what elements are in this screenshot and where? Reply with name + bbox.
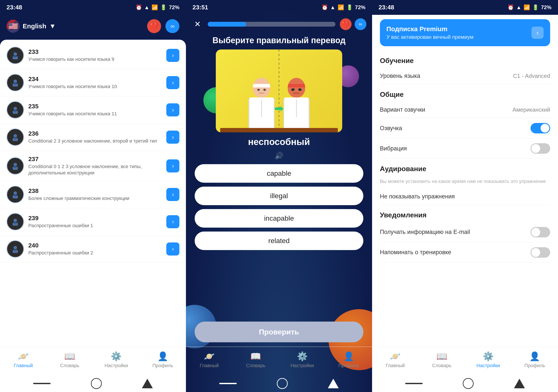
nav-icon: 👤: [529, 351, 540, 361]
answer-incapable[interactable]: incapable: [195, 209, 363, 228]
nav-label: Настройки: [105, 363, 128, 368]
answer-illegal[interactable]: illegal: [195, 187, 363, 205]
nav-item-словарь[interactable]: 📖 Словарь: [46, 349, 93, 371]
svg-point-20: [14, 192, 17, 195]
lesson-arrow-button[interactable]: ›: [166, 49, 179, 62]
nav-item-профиль[interactable]: 👤 Профиль: [325, 349, 372, 371]
gesture-circle-2: [277, 378, 288, 389]
answer-related[interactable]: related: [195, 232, 363, 250]
nav-item-главный[interactable]: 🪐 Главный: [372, 349, 418, 371]
language-selector[interactable]: 🇺🇸 English ▼: [7, 20, 56, 33]
gesture-circle-3: [463, 378, 474, 389]
reminder-toggle[interactable]: [531, 247, 550, 258]
svg-point-31: [15, 250, 16, 251]
lesson-item[interactable]: 233 Учимся говорить как носители языка 9…: [0, 42, 186, 69]
nav-item-главный[interactable]: 🪐 Главный: [0, 349, 46, 371]
lesson-avatar: [7, 186, 24, 203]
svg-point-3: [15, 56, 16, 58]
lesson-arrow-button[interactable]: ›: [166, 243, 179, 255]
lesson-arrow-button[interactable]: ›: [166, 188, 179, 201]
nav-item-профиль[interactable]: 👤 Профиль: [140, 349, 186, 371]
nav-label: Словарь: [60, 363, 79, 368]
lesson-avatar: [7, 240, 24, 258]
quiz-title: Выберите правильный перевод: [186, 34, 372, 50]
heart-button[interactable]: ❤️: [147, 19, 161, 33]
row-voice-variant: Вариант озвучки Американский: [380, 102, 550, 118]
nav-icon: 🪐: [204, 351, 215, 361]
lesson-item[interactable]: 240 Распространенные ошибки 2 ›: [0, 235, 186, 263]
nav-label: Главный: [200, 363, 219, 368]
status-bar-3: 23:48 ⏰ ▲ 📶 🔋 72%: [372, 0, 558, 15]
answer-capable[interactable]: capable: [195, 164, 363, 183]
vibration-toggle[interactable]: [531, 143, 550, 154]
row-language-level: Уровень языка C1 - Advanced: [380, 68, 550, 84]
row-label-email: Получать информацию на E-mail: [380, 229, 470, 235]
progress-bar: [208, 22, 335, 26]
section-general: Общие: [380, 84, 550, 102]
nav-item-главный[interactable]: 🪐 Главный: [186, 349, 232, 371]
infinity-button[interactable]: ∞: [166, 19, 179, 33]
nav-icon: 👤: [343, 351, 354, 361]
lesson-arrow-button[interactable]: ›: [166, 76, 179, 89]
quiz-infinity-button[interactable]: ∞: [355, 18, 366, 30]
nav-item-словарь[interactable]: 📖 Словарь: [418, 349, 465, 371]
alarm-icon-3: ⏰: [507, 4, 514, 10]
lesson-info: 239 Распространенные ошибки 1: [28, 215, 162, 229]
voice-toggle[interactable]: [531, 123, 550, 133]
lesson-number: 234: [28, 76, 162, 83]
check-button[interactable]: Проверить: [195, 322, 363, 342]
premium-title: Подписка Premium: [386, 25, 473, 33]
lesson-desc: Conditional 0 1 2 3 условное наклонение,…: [28, 164, 162, 176]
lesson-number: 235: [28, 103, 162, 110]
battery-icon-3: 🔋: [532, 4, 539, 10]
lesson-item[interactable]: 238 Более сложные грамматические констру…: [0, 181, 186, 208]
nav-item-настройки[interactable]: ⚙️ Настройки: [279, 349, 325, 371]
quiz-heart-button[interactable]: ❤️: [340, 18, 352, 30]
lesson-number: 240: [28, 242, 162, 249]
lesson-info: 235 Учимся говорить как носители языка 1…: [28, 103, 162, 117]
quiz-word-audio[interactable]: 🔊: [186, 151, 372, 162]
lesson-item[interactable]: 239 Распространенные ошибки 1 ›: [0, 208, 186, 235]
time-2: 23:51: [192, 4, 208, 11]
nav-item-настройки[interactable]: ⚙️ Настройки: [465, 349, 511, 371]
lesson-number: 238: [28, 188, 162, 194]
lesson-arrow-button[interactable]: ›: [166, 215, 179, 228]
email-toggle[interactable]: [531, 227, 550, 237]
lesson-item[interactable]: 236 Conditional 2 3 условное наклонение,…: [0, 124, 186, 151]
nav-item-настройки[interactable]: ⚙️ Настройки: [93, 349, 140, 371]
gesture-back: [142, 379, 153, 388]
svg-point-16: [14, 163, 17, 166]
close-button[interactable]: ✕: [192, 18, 203, 30]
quiz-answers: capable illegal incapable related: [186, 162, 372, 318]
gesture-lines-3: [405, 383, 423, 384]
row-value-voice-variant: Американский: [513, 106, 550, 113]
row-label-voice: Озвучка: [380, 125, 402, 132]
lesson-arrow-button[interactable]: ›: [166, 103, 179, 116]
lesson-arrow-button[interactable]: ›: [166, 131, 179, 144]
panel2-content: 23:51 ⏰ ▲ 📶 🔋 72% ✕ ❤️ ∞ Выберите правил…: [186, 0, 372, 392]
lesson-info: 233 Учимся говорить как носители языка 9: [28, 48, 162, 62]
premium-arrow-icon[interactable]: ›: [532, 26, 544, 39]
svg-point-19: [15, 167, 16, 168]
premium-card[interactable]: Подписка Premium У вас активирован вечны…: [380, 19, 550, 46]
hide-exercises-link[interactable]: Не показывать упражнения: [380, 188, 550, 205]
gesture-circle: [91, 378, 102, 389]
battery-pct-1: 72%: [169, 4, 179, 10]
lesson-item[interactable]: 235 Учимся говорить как носители языка 1…: [0, 96, 186, 124]
lessons-list: 233 Учимся говорить как носители языка 9…: [0, 40, 186, 347]
lesson-desc: Распространенные ошибки 2: [28, 250, 162, 256]
lesson-arrow-button[interactable]: ›: [166, 159, 179, 173]
lesson-avatar: [7, 47, 24, 64]
signal-icon-3: 📶: [523, 4, 530, 10]
lesson-item[interactable]: 234 Учимся говорить как носители языка 1…: [0, 69, 186, 96]
time-1: 23:48: [7, 4, 22, 11]
lesson-item[interactable]: 237 Conditional 0 1 2 3 условное наклоне…: [0, 151, 186, 181]
nav-item-профиль[interactable]: 👤 Профиль: [512, 349, 558, 371]
gesture-bar-3: [372, 375, 558, 392]
bottom-nav-2: 🪐 Главный 📖 Словарь ⚙️ Настройки 👤 Профи…: [186, 347, 372, 375]
svg-point-8: [14, 107, 17, 110]
nav-item-словарь[interactable]: 📖 Словарь: [233, 349, 279, 371]
premium-text: Подписка Premium У вас активирован вечны…: [386, 25, 473, 40]
quiz-header-actions: ❤️ ∞: [340, 18, 366, 30]
bottom-nav-3: 🪐 Главный 📖 Словарь ⚙️ Настройки 👤 Профи…: [372, 347, 558, 375]
